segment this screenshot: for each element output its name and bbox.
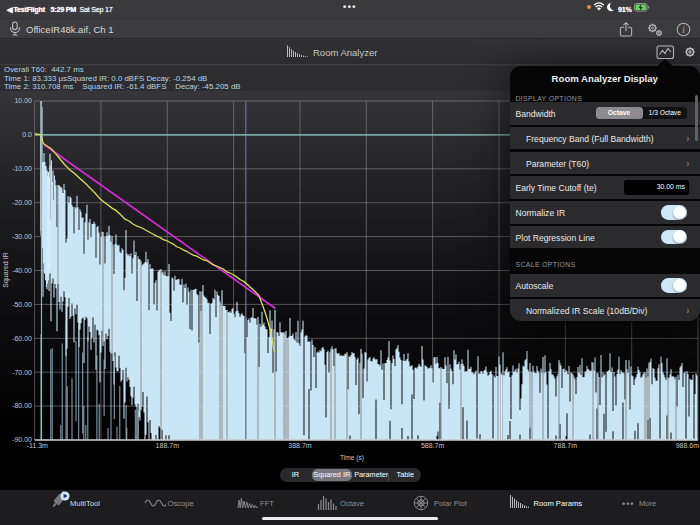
svg-text:788.7m: 788.7m bbox=[554, 441, 578, 448]
svg-text:i: i bbox=[682, 25, 685, 35]
svg-text:Time 2: 310.708 ms Squared: Time 2: 310.708 ms Squared IR: -61.4 dBF… bbox=[4, 82, 241, 91]
svg-text:Squared IR: Squared IR bbox=[2, 252, 10, 287]
svg-text:-50.00: -50.00 bbox=[12, 300, 32, 307]
svg-text:0.0: 0.0 bbox=[22, 131, 32, 138]
svg-text:-20.00: -20.00 bbox=[12, 199, 32, 206]
svg-text:-11.3m: -11.3m bbox=[27, 441, 48, 448]
svg-text:188.7m: 188.7m bbox=[156, 441, 180, 448]
svg-text:-10.00: -10.00 bbox=[12, 165, 32, 172]
svg-text:10.00: 10.00 bbox=[14, 97, 32, 104]
svg-text:-80.00: -80.00 bbox=[12, 402, 32, 409]
svg-text:388.7m: 388.7m bbox=[288, 441, 312, 448]
svg-text:Time (s): Time (s) bbox=[340, 454, 364, 462]
svg-text:-30.00: -30.00 bbox=[12, 232, 32, 239]
svg-text:588.7m: 588.7m bbox=[421, 441, 445, 448]
svg-text:988.6m: 988.6m bbox=[676, 441, 700, 448]
svg-text:-40.00: -40.00 bbox=[12, 266, 32, 273]
svg-text:-70.00: -70.00 bbox=[12, 368, 32, 375]
svg-text:-60.00: -60.00 bbox=[12, 334, 32, 341]
